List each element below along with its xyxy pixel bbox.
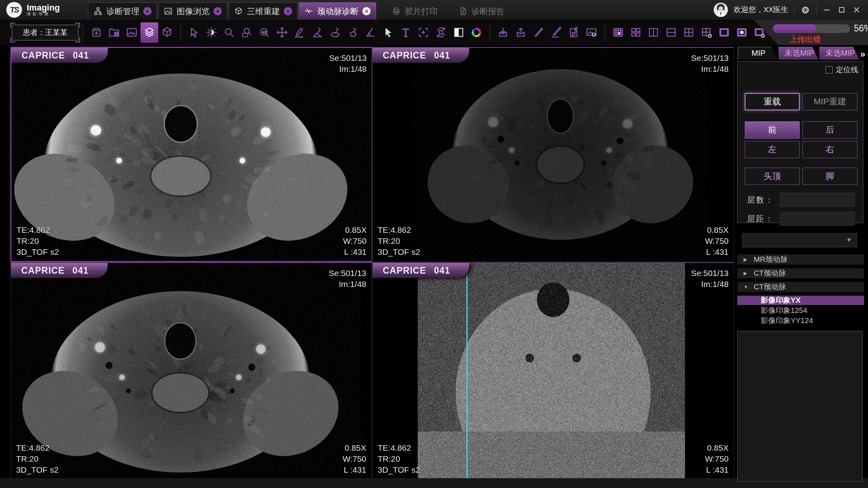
- layout-grid-close-tool[interactable]: [698, 22, 715, 43]
- patient-name-box[interactable]: 患者：王某某: [12, 25, 79, 40]
- import-tool[interactable]: [494, 22, 512, 43]
- window-level-tool[interactable]: [203, 22, 220, 43]
- locator-line[interactable]: [466, 263, 468, 479]
- draw-polygon-tool[interactable]: [344, 22, 362, 43]
- sequence-name: 3D_TOF s2: [378, 464, 420, 475]
- series-item[interactable]: 影像印象YY124: [737, 316, 864, 325]
- crop-add-tool[interactable]: [415, 22, 432, 43]
- export-tool[interactable]: [512, 22, 530, 43]
- series-item[interactable]: 影像印象YX: [737, 296, 864, 305]
- close-tab-icon[interactable]: ✕: [284, 7, 292, 15]
- viewport-bottom-right[interactable]: CAPRICE 041 Se:501/13 Im:1/48 TE:4.862 T…: [372, 262, 734, 479]
- sitemap-icon: [93, 7, 102, 16]
- magnifier-2x-icon: x2: [258, 26, 270, 38]
- view-left-button[interactable]: 左: [745, 141, 800, 158]
- new-archive-tool[interactable]: [88, 22, 105, 43]
- close-icon[interactable]: [852, 5, 861, 14]
- layers-tool[interactable]: [141, 22, 158, 43]
- magnifier-region-icon: [241, 26, 253, 38]
- upload-progress-bar: [773, 24, 850, 33]
- gear-icon[interactable]: [800, 5, 810, 15]
- zoom-tool[interactable]: [220, 22, 238, 43]
- series-dropdown[interactable]: ▼: [742, 233, 857, 247]
- mip-tab-1[interactable]: MIP: [738, 47, 778, 60]
- layout-2row-tool[interactable]: [662, 22, 680, 43]
- layer-gap-input[interactable]: [780, 212, 855, 226]
- view-foot-button[interactable]: 脚: [802, 168, 857, 185]
- invert-tool[interactable]: [450, 22, 468, 43]
- mip-tab-3[interactable]: 未选MIP: [819, 47, 859, 60]
- magnifier-icon: [223, 26, 235, 38]
- window-width: W:750: [705, 236, 729, 247]
- pseudo-color-tool[interactable]: [468, 22, 485, 43]
- measure-length-tool[interactable]: [291, 22, 309, 43]
- layout-grid-tool[interactable]: [609, 22, 627, 43]
- series-item[interactable]: 影像印象1254: [737, 306, 864, 315]
- archive-add-icon: [90, 26, 102, 38]
- select-tool[interactable]: [185, 22, 203, 43]
- view-front-button[interactable]: 前: [745, 121, 800, 139]
- layout-ellipse-tool[interactable]: [733, 22, 751, 43]
- tab-diagnosis-report: 诊断报告: [453, 3, 510, 20]
- viewport-bottom-left[interactable]: CAPRICE 041 Se:501/13 Im:1/48 TE:4.862 T…: [11, 262, 372, 479]
- close-tab-icon[interactable]: ✕: [143, 7, 152, 15]
- layout-2x2-tool[interactable]: [680, 22, 698, 43]
- report-add-tool[interactable]: [565, 22, 583, 43]
- open-image-tool[interactable]: [123, 22, 141, 43]
- close-tab-icon[interactable]: ✕: [362, 7, 371, 15]
- series-group[interactable]: ▶ CT颈动脉: [737, 268, 864, 278]
- tab-label: 诊断报告: [471, 6, 504, 17]
- zoom-2x-tool[interactable]: x2: [256, 22, 273, 43]
- view-right-button[interactable]: 右: [802, 141, 857, 158]
- viewport-top-left[interactable]: CAPRICE 041 Se:501/13 Im:1/48 TE:4.862 T…: [11, 47, 373, 262]
- cursor-icon: [188, 26, 200, 38]
- pen-line-icon: [550, 26, 562, 38]
- viewport-top-right[interactable]: CAPRICE 041 Se:501/13 Im:1/48 TE:4.862 T…: [372, 47, 734, 261]
- maximize-icon[interactable]: [837, 5, 846, 14]
- view-top-button[interactable]: 头顶: [745, 168, 800, 185]
- rotate-tool[interactable]: [432, 22, 450, 43]
- mip-rebuild-button[interactable]: MIP重建: [802, 93, 857, 110]
- tab-diagnosis-management[interactable]: 诊断管理✕: [88, 2, 157, 20]
- contrast-icon: [205, 26, 217, 38]
- pen-tool[interactable]: [530, 22, 547, 43]
- series-info: Se:501/13: [691, 53, 729, 64]
- layer-count-input[interactable]: [780, 193, 855, 207]
- svg-text:x2: x2: [262, 30, 267, 34]
- view-back-button[interactable]: 后: [802, 121, 857, 139]
- tab-image-browse[interactable]: 图像浏览✕: [158, 2, 227, 20]
- text-annotation-tool[interactable]: [397, 22, 415, 43]
- image-upload-tool[interactable]: [583, 22, 600, 43]
- layout-single-tool[interactable]: [715, 22, 733, 43]
- layout-quad-tool[interactable]: [627, 22, 645, 43]
- corner-bracket: [75, 23, 80, 28]
- angle-tool[interactable]: [362, 22, 379, 43]
- measure-angle-tool[interactable]: [309, 22, 326, 43]
- layout-2col-tool[interactable]: [645, 22, 662, 43]
- split-v-icon: [647, 26, 660, 38]
- draw-ellipse-tool[interactable]: [326, 22, 344, 43]
- reload-button[interactable]: 重载: [745, 93, 800, 110]
- series-group[interactable]: ▼ CT颈动脉: [737, 282, 864, 292]
- volume-3d-tool[interactable]: [158, 22, 176, 43]
- tab-carotid-diagnosis[interactable]: 颈动脉诊断✕: [299, 2, 376, 20]
- tab-label: 三维重建: [247, 6, 280, 17]
- series-info: Se:501/13: [329, 268, 366, 279]
- tab-3d-reconstruction[interactable]: 三维重建✕: [228, 2, 298, 20]
- pointer-tool[interactable]: [379, 22, 397, 43]
- mip-tab-2[interactable]: 未选MIP: [778, 47, 819, 60]
- chevron-down-icon: ▼: [744, 284, 749, 290]
- user-avatar[interactable]: [714, 3, 728, 17]
- pan-tool[interactable]: [273, 22, 291, 43]
- pen-line-tool[interactable]: [547, 22, 565, 43]
- zoom-region-tool[interactable]: [238, 22, 256, 43]
- open-folder-tool[interactable]: [105, 22, 123, 43]
- minimize-icon[interactable]: [822, 5, 831, 14]
- more-tabs-icon[interactable]: »: [860, 49, 865, 60]
- tr-value: TR:20: [378, 236, 420, 247]
- upload-error-text[interactable]: 上传出错: [789, 34, 821, 45]
- close-tab-icon[interactable]: ✕: [214, 7, 222, 15]
- locator-checkbox[interactable]: [826, 66, 833, 73]
- series-group[interactable]: ▶ MR颈动脉: [737, 254, 864, 265]
- locator-label: 定位线: [836, 65, 858, 75]
